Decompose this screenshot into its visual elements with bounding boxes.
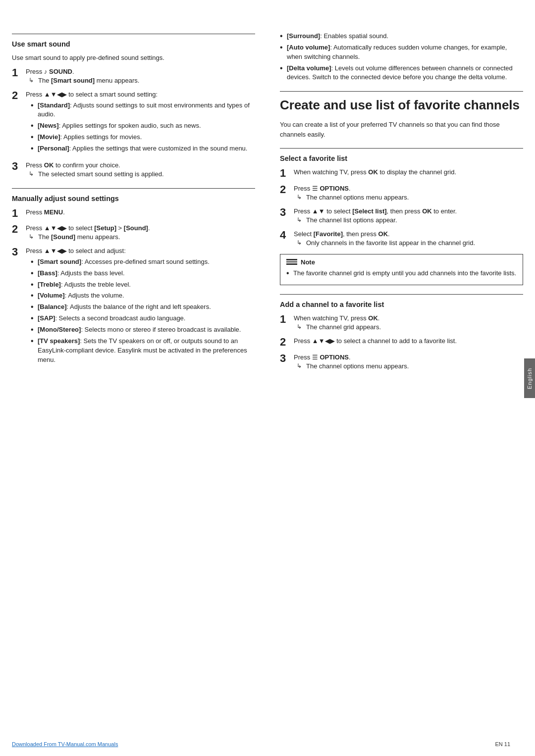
section-divider-5 — [280, 294, 523, 295]
step-1-f-content: When watching TV, press OK to display th… — [294, 167, 523, 176]
bullet-personal: •[Personal]: Applies the settings that w… — [31, 144, 255, 153]
step-3-fav: 3 Press ▲▼ to select [Select list], then… — [280, 206, 523, 225]
step-1-manual: 1 Press MENU. — [12, 207, 255, 219]
bullet-balance: •[Balance]: Adjusts the balance of the r… — [31, 302, 255, 312]
step-4-f-text: Select [Favorite], then press OK. — [294, 230, 390, 238]
step-num-2: 2 — [12, 90, 26, 101]
create-favorite-intro: You can create a list of your preferred … — [280, 120, 523, 139]
section-divider-4 — [280, 148, 523, 149]
step-3-add: 3 Press ☰ OPTIONS. ↳ The channel options… — [280, 353, 523, 371]
step-1-content: Press ♪ SOUND. ↳ The [Smart sound] menu … — [26, 67, 255, 86]
step-3-arrow: ↳ The selected smart sound setting is ap… — [29, 170, 255, 178]
step-3-f-arrow: ↳ The channel list options appear. — [297, 216, 523, 224]
step-3-a-text: Press ☰ OPTIONS. — [294, 353, 351, 361]
note-header: Note — [286, 258, 517, 266]
note-icon — [286, 259, 297, 265]
use-smart-sound-intro: Use smart sound to apply pre-defined sou… — [12, 53, 255, 63]
bullet-delta-volume: •[Delta volume]: Levels out volume diffe… — [280, 64, 523, 83]
bullet-sap: •[SAP]: Selects a second broadcast audio… — [31, 314, 255, 323]
step-2-text: Press ▲▼◀▶ to select a smart sound setti… — [26, 91, 158, 98]
step-2-manual: 2 Press ▲▼◀▶ to select [Setup] > [Sound]… — [12, 223, 255, 242]
step-3-f-text: Press ▲▼ to select [Select list], then p… — [294, 207, 457, 215]
step-num-3: 3 — [12, 160, 26, 172]
bullet-tv-speakers: •[TV speakers]: Sets the TV speakers on … — [31, 337, 255, 365]
step-num-1-f: 1 — [280, 167, 294, 179]
step-2-f-arrow: ↳ The channel options menu appears. — [297, 194, 523, 201]
step-num-2-f: 2 — [280, 184, 294, 196]
bullet-news: •[News]: Applies settings for spoken aud… — [31, 121, 255, 131]
bullet-treble: •[Treble]: Adjusts the treble level. — [31, 280, 255, 290]
note-text: •The favorite channel grid is empty unti… — [286, 269, 517, 278]
select-favorite-title: Select a favorite list — [280, 154, 523, 162]
step-num-3-a: 3 — [280, 353, 294, 364]
right-top-bullets: •[Surround]: Enables spatial sound. •[Au… — [280, 32, 523, 82]
step-1-fav: 1 When watching TV, press OK to display … — [280, 167, 523, 179]
step-1-add: 1 When watching TV, press OK. ↳ The chan… — [280, 313, 523, 332]
note-label: Note — [301, 258, 315, 266]
use-smart-sound-title: Use smart sound — [12, 40, 255, 48]
page-footer: Downloaded From TV-Manual.com Manuals EN… — [12, 741, 510, 747]
section-divider-1 — [12, 34, 255, 34]
step-num-2-a: 2 — [280, 336, 294, 348]
footer-link[interactable]: Downloaded From TV-Manual.com Manuals — [12, 741, 118, 747]
step-2-fav: 2 Press ☰ OPTIONS. ↳ The channel options… — [280, 184, 523, 202]
note-bullets: •The favorite channel grid is empty unti… — [286, 269, 517, 278]
step-3-smart: 3 Press OK to confirm your choice. ↳ The… — [12, 160, 255, 179]
bullet-smart-sound: •[Smart sound]: Accesses pre-defined sma… — [31, 257, 255, 267]
add-channel-title: Add a channel to a favorite list — [280, 301, 523, 308]
smart-sound-bullets: •[Standard]: Adjusts sound settings to s… — [31, 101, 255, 153]
step-2-f-content: Press ☰ OPTIONS. ↳ The channel options m… — [294, 184, 523, 202]
step-3-text: Press OK to confirm your choice. — [26, 161, 120, 169]
step-3-f-content: Press ▲▼ to select [Select list], then p… — [294, 206, 523, 225]
step-1-arrow: ↳ The [Smart sound] menu appears. — [29, 77, 255, 84]
step-num-3-m: 3 — [12, 246, 26, 258]
step-num-4-f: 4 — [280, 229, 294, 241]
step-3-m-content: Press ▲▼◀▶ to select and adjust: •[Smart… — [26, 246, 255, 367]
step-1-f-text: When watching TV, press OK to display th… — [294, 168, 456, 176]
bullet-standard: •[Standard]: Adjusts sound settings to s… — [31, 101, 255, 120]
step-1-a-text: When watching TV, press OK. — [294, 314, 379, 322]
page-number: EN 11 — [495, 741, 510, 747]
step-2-smart: 2 Press ▲▼◀▶ to select a smart sound set… — [12, 90, 255, 156]
step-2-f-text: Press ☰ OPTIONS. — [294, 185, 351, 192]
manual-adjust-bullets: •[Smart sound]: Accesses pre-defined sma… — [31, 257, 255, 364]
step-3-content: Press OK to confirm your choice. ↳ The s… — [26, 160, 255, 179]
step-2-a-text: Press ▲▼◀▶ to select a channel to add to… — [294, 337, 457, 345]
step-2-a-content: Press ▲▼◀▶ to select a channel to add to… — [294, 336, 523, 345]
step-3-a-content: Press ☰ OPTIONS. ↳ The channel options m… — [294, 353, 523, 371]
create-favorite-title: Create and use list of favorite channels — [280, 98, 523, 113]
step-4-f-content: Select [Favorite], then press OK. ↳ Only… — [294, 229, 523, 248]
note-box: Note •The favorite channel grid is empty… — [280, 254, 523, 286]
step-num-1: 1 — [12, 67, 26, 79]
step-num-2-m: 2 — [12, 223, 26, 235]
bullet-movie: •[Movie]: Applies settings for movies. — [31, 133, 255, 142]
step-num-3-f: 3 — [280, 206, 294, 218]
step-1-text: Press ♪ SOUND. — [26, 68, 74, 75]
step-4-f-arrow: ↳ Only channels in the favorite list app… — [297, 239, 523, 247]
step-2-m-text: Press ▲▼◀▶ to select [Setup] > [Sound]. — [26, 224, 150, 232]
bullet-surround: •[Surround]: Enables spatial sound. — [280, 32, 523, 41]
step-num-1-a: 1 — [280, 313, 294, 325]
step-1-smart: 1 Press ♪ SOUND. ↳ The [Smart sound] men… — [12, 67, 255, 86]
step-3-manual: 3 Press ▲▼◀▶ to select and adjust: •[Sma… — [12, 246, 255, 367]
step-2-m-arrow: ↳ The [Sound] menu appears. — [29, 233, 255, 241]
language-tab: English — [524, 358, 535, 398]
step-1-m-text: Press MENU. — [26, 208, 65, 216]
bullet-mono-stereo: •[Mono/Stereo]: Selects mono or stereo i… — [31, 325, 255, 335]
bullet-auto-volume: •[Auto volume]: Automatically reduces su… — [280, 43, 523, 62]
step-2-content: Press ▲▼◀▶ to select a smart sound setti… — [26, 90, 255, 156]
step-3-a-arrow: ↳ The channel options menu appears. — [297, 362, 523, 370]
section-divider-2 — [12, 188, 255, 189]
bullet-volume: •[Volume]: Adjusts the volume. — [31, 291, 255, 301]
step-num-1-m: 1 — [12, 207, 26, 219]
step-2-m-content: Press ▲▼◀▶ to select [Setup] > [Sound]. … — [26, 223, 255, 242]
step-3-m-text: Press ▲▼◀▶ to select and adjust: — [26, 247, 126, 254]
left-column: Use smart sound Use smart sound to apply… — [12, 25, 260, 731]
bullet-bass: •[Bass]: Adjusts the bass level. — [31, 269, 255, 278]
step-1-a-arrow: ↳ The channel grid appears. — [297, 323, 523, 331]
right-column: •[Surround]: Enables spatial sound. •[Au… — [275, 25, 523, 731]
step-2-add: 2 Press ▲▼◀▶ to select a channel to add … — [280, 336, 523, 348]
step-1-m-content: Press MENU. — [26, 207, 255, 216]
section-divider-3 — [280, 91, 523, 92]
step-4-fav: 4 Select [Favorite], then press OK. ↳ On… — [280, 229, 523, 248]
